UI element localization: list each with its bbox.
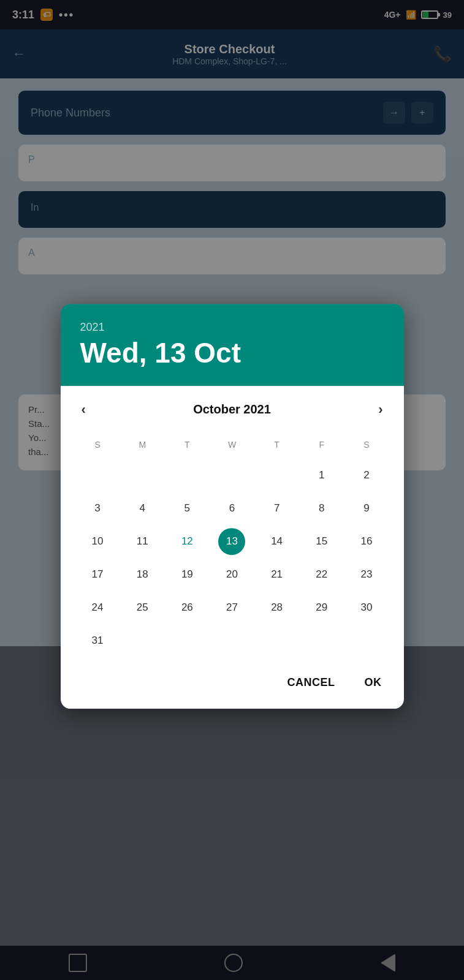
dialog-actions: CANCEL OK [75, 659, 389, 694]
day-header-thu: T [254, 436, 299, 457]
day-header-wed: W [210, 436, 254, 457]
day-29[interactable]: 29 [308, 594, 335, 621]
day-header-sat: S [344, 436, 389, 457]
day-empty-2 [129, 462, 156, 489]
week-6-row: 31 [75, 626, 389, 655]
day-30[interactable]: 30 [353, 594, 380, 621]
week-3-row: 10 11 12 13 14 15 16 [75, 527, 389, 556]
day-1[interactable]: 1 [308, 462, 335, 489]
day-31[interactable]: 31 [84, 627, 111, 654]
day-22[interactable]: 22 [308, 561, 335, 588]
day-9[interactable]: 9 [353, 495, 380, 522]
day-13[interactable]: 13 [218, 528, 245, 555]
week-1-row: 1 2 [75, 461, 389, 490]
month-nav: ‹ October 2021 › [75, 398, 389, 421]
day-3[interactable]: 3 [84, 495, 111, 522]
day-18[interactable]: 18 [129, 561, 156, 588]
ok-button[interactable]: OK [357, 671, 389, 694]
month-label: October 2021 [193, 402, 271, 417]
day-empty-7 [173, 627, 200, 654]
day-4[interactable]: 4 [129, 495, 156, 522]
day-25[interactable]: 25 [129, 594, 156, 621]
day-empty-10 [308, 627, 335, 654]
day-23[interactable]: 23 [353, 561, 380, 588]
day-6[interactable]: 6 [218, 495, 245, 522]
day-16[interactable]: 16 [353, 528, 380, 555]
day-14[interactable]: 14 [264, 528, 291, 555]
day-15[interactable]: 15 [308, 528, 335, 555]
day-19[interactable]: 19 [173, 561, 200, 588]
dialog-selected-date: Wed, 13 Oct [80, 337, 384, 369]
cancel-button[interactable]: CANCEL [280, 671, 343, 694]
prev-month-button[interactable]: ‹ [75, 398, 92, 421]
next-month-button[interactable]: › [372, 398, 389, 421]
day-header-fri: F [299, 436, 344, 457]
day-empty-4 [218, 462, 245, 489]
day-7[interactable]: 7 [264, 495, 291, 522]
week-5-row: 24 25 26 27 28 29 30 [75, 593, 389, 622]
day-27[interactable]: 27 [218, 594, 245, 621]
day-empty-3 [173, 462, 200, 489]
day-headers-row: S M T W T F S [75, 436, 389, 457]
day-10[interactable]: 10 [84, 528, 111, 555]
day-header-sun: S [75, 436, 120, 457]
day-empty-6 [129, 627, 156, 654]
day-11[interactable]: 11 [129, 528, 156, 555]
dialog-body: ‹ October 2021 › S M T W T F S [61, 386, 404, 709]
day-20[interactable]: 20 [218, 561, 245, 588]
calendar-grid: S M T W T F S 1 2 3 4 5 [75, 436, 389, 655]
day-5[interactable]: 5 [173, 495, 200, 522]
day-header-mon: M [120, 436, 165, 457]
day-24[interactable]: 24 [84, 594, 111, 621]
day-empty-8 [218, 627, 245, 654]
dialog-year: 2021 [80, 321, 384, 334]
week-4-row: 17 18 19 20 21 22 23 [75, 560, 389, 589]
day-empty-5 [264, 462, 291, 489]
day-26[interactable]: 26 [173, 594, 200, 621]
day-2[interactable]: 2 [353, 462, 380, 489]
day-12[interactable]: 12 [173, 528, 200, 555]
day-empty-1 [84, 462, 111, 489]
day-21[interactable]: 21 [264, 561, 291, 588]
day-empty-11 [353, 627, 380, 654]
day-header-tue: T [165, 436, 210, 457]
day-17[interactable]: 17 [84, 561, 111, 588]
day-8[interactable]: 8 [308, 495, 335, 522]
day-28[interactable]: 28 [264, 594, 291, 621]
day-empty-9 [264, 627, 291, 654]
week-2-row: 3 4 5 6 7 8 9 [75, 494, 389, 523]
dialog-header: 2021 Wed, 13 Oct [61, 304, 404, 386]
datepicker-dialog: 2021 Wed, 13 Oct ‹ October 2021 › S M T … [61, 304, 404, 709]
